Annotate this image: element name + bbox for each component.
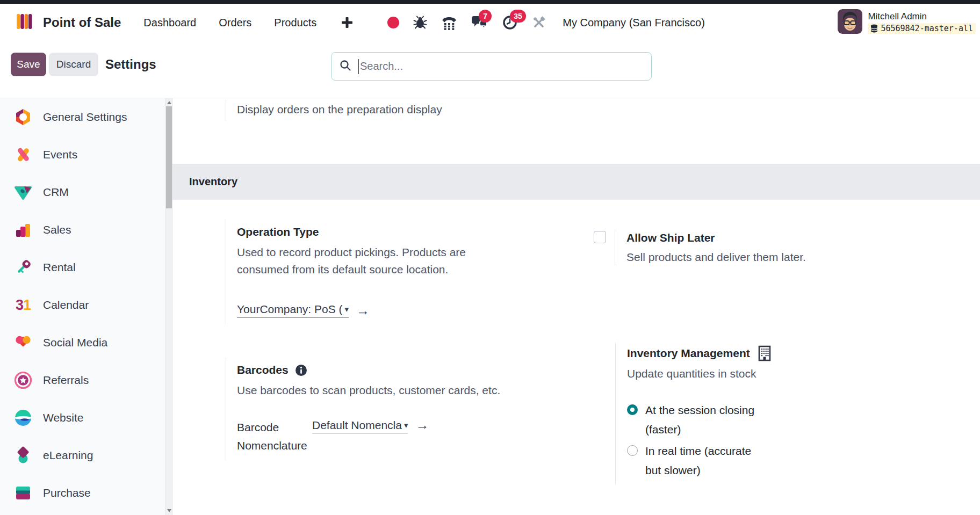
preparation-display-setting: Display orders on the preparation displa… (226, 99, 442, 121)
events-app-icon (13, 145, 33, 164)
purchase-app-icon (13, 483, 33, 503)
elearning-app-icon (13, 446, 33, 465)
sidebar-item-label: Website (43, 411, 83, 424)
activity-badge: 35 (510, 10, 526, 23)
bug-icon[interactable] (413, 16, 427, 30)
avatar (838, 9, 862, 36)
plus-icon[interactable] (341, 17, 353, 28)
sidebar-item-referrals[interactable]: Referrals (0, 361, 165, 399)
control-panel: Save Discard Settings (0, 41, 980, 98)
pos-app-logo-icon[interactable] (16, 13, 32, 32)
operation-type-dropdown[interactable]: YourCompany: PoS ( ▾ (237, 303, 349, 318)
radio-option-real-time[interactable]: In real time (accurate but slower) (627, 441, 846, 480)
building-icon (758, 345, 772, 361)
menu-orders[interactable]: Orders (219, 17, 251, 29)
scrollbar-thumb[interactable] (166, 106, 172, 208)
inventory-section-header: Inventory (172, 164, 980, 200)
app-name[interactable]: Point of Sale (43, 15, 121, 30)
crm-app-icon (13, 183, 33, 202)
chat-badge: 7 (479, 10, 492, 23)
save-button[interactable]: Save (11, 53, 46, 76)
main-navbar: Point of Sale Dashboard Orders Products (0, 4, 980, 41)
phone-icon[interactable] (441, 16, 457, 30)
page-title: Settings (105, 53, 156, 76)
setting-description: Use barcodes to scan products, customer … (237, 382, 548, 399)
sidebar-item-sales[interactable]: Sales (0, 211, 165, 249)
sidebar-item-label: Calendar (43, 299, 89, 311)
sidebar-item-purchase[interactable]: Purchase (0, 474, 165, 512)
clock-icon[interactable]: 35 (502, 15, 517, 30)
sales-app-icon (13, 220, 33, 240)
text-cursor (358, 59, 359, 74)
database-name: 56569842-master-all (881, 24, 973, 33)
radio-unselected-icon[interactable] (627, 445, 638, 456)
radio-label: In real time (accurate but slower) (645, 441, 766, 480)
sidebar-item-crm[interactable]: CRM (0, 173, 165, 211)
setting-title: Inventory Management (627, 345, 750, 362)
sidebar-item-label: CRM (43, 186, 69, 199)
scrollbar-down-arrow-icon[interactable] (167, 509, 171, 512)
sidebar-item-rental[interactable]: Rental (0, 249, 165, 286)
scrollbar-up-arrow-icon[interactable] (167, 101, 171, 104)
allow-ship-later-checkbox[interactable] (594, 231, 606, 243)
discard-button[interactable]: Discard (49, 53, 98, 76)
search-input[interactable] (360, 60, 644, 72)
sidebar-item-social-media[interactable]: Social Media (0, 324, 165, 361)
systray: 7 35 (387, 15, 546, 30)
sidebar-item-label: General Settings (43, 111, 127, 124)
database-badge: 56569842-master-all (868, 23, 976, 34)
sidebar-item-label: Sales (43, 223, 71, 236)
barcode-nomenclature-label: Barcode Nomenclature (237, 418, 312, 455)
sidebar-item-general-settings[interactable]: General Settings (0, 98, 165, 136)
allow-ship-later-setting: Allow Ship Later Sell products and deliv… (594, 229, 806, 266)
setting-title: Operation Type (237, 223, 484, 241)
internal-link-arrow-icon[interactable]: → (356, 304, 370, 316)
settings-content: Display orders on the preparation displa… (172, 98, 980, 515)
info-icon[interactable] (295, 364, 307, 376)
section-title: Inventory (189, 176, 237, 188)
search-icon (339, 59, 352, 74)
social-media-app-icon (13, 333, 33, 352)
general-settings-app-icon (13, 107, 33, 127)
record-dot-icon[interactable] (387, 17, 399, 28)
barcode-nomenclature-dropdown[interactable]: Default Nomencla ▾ (312, 419, 408, 434)
sidebar-item-label: Rental (43, 261, 76, 274)
pos-settings-app: Point of Sale Dashboard Orders Products (0, 0, 980, 515)
inventory-update-options: At the session closing (faster) In real … (627, 401, 846, 480)
setting-description: Sell products and deliver them later. (626, 249, 806, 266)
user-name: Mitchell Admin (868, 11, 976, 22)
settings-apps-sidebar: General Settings Events CRM (0, 98, 165, 515)
radio-label: At the session closing (faster) (645, 401, 766, 439)
sidebar-item-label: eLearning (43, 449, 93, 462)
user-menu[interactable]: Mitchell Admin 56569842-master-all (838, 9, 976, 36)
setting-description: Update quantities in stock (627, 365, 846, 382)
dropdown-caret-icon: ▾ (404, 420, 408, 430)
company-switcher[interactable]: My Company (San Francisco) (563, 17, 705, 29)
preparation-display-label: Display orders on the preparation displa… (237, 100, 442, 119)
sidebar-item-website[interactable]: Website (0, 399, 165, 437)
sidebar-item-calendar[interactable]: 31 Calendar (0, 286, 165, 324)
website-app-icon (13, 408, 33, 427)
radio-selected-icon[interactable] (627, 404, 638, 415)
menu-products[interactable]: Products (274, 17, 316, 29)
chat-icon[interactable]: 7 (471, 15, 488, 30)
menu-dashboard[interactable]: Dashboard (143, 17, 196, 29)
sidebar-item-events[interactable]: Events (0, 136, 165, 173)
referrals-app-icon (13, 371, 33, 390)
sidebar-item-elearning[interactable]: eLearning (0, 437, 165, 474)
search-box[interactable] (331, 52, 652, 81)
inventory-management-setting: Inventory Management Update quant (615, 343, 846, 484)
sidebar-item-label: Social Media (43, 336, 107, 349)
setting-description: Used to record product pickings. Product… (237, 244, 476, 278)
setting-title: Allow Ship Later (626, 229, 806, 246)
database-icon (870, 24, 878, 33)
sidebar-item-label: Referrals (43, 374, 89, 387)
sidebar-scrollbar[interactable] (165, 98, 172, 515)
tools-icon[interactable] (531, 15, 546, 30)
barcodes-setting: Barcodes Use barcodes to scan products, … (226, 357, 548, 460)
internal-link-arrow-icon[interactable]: → (415, 419, 429, 431)
sidebar-item-label: Events (43, 148, 77, 161)
calendar-app-icon: 31 (13, 295, 33, 315)
window-top-strip (0, 0, 980, 4)
radio-option-session-closing[interactable]: At the session closing (faster) (627, 401, 846, 439)
